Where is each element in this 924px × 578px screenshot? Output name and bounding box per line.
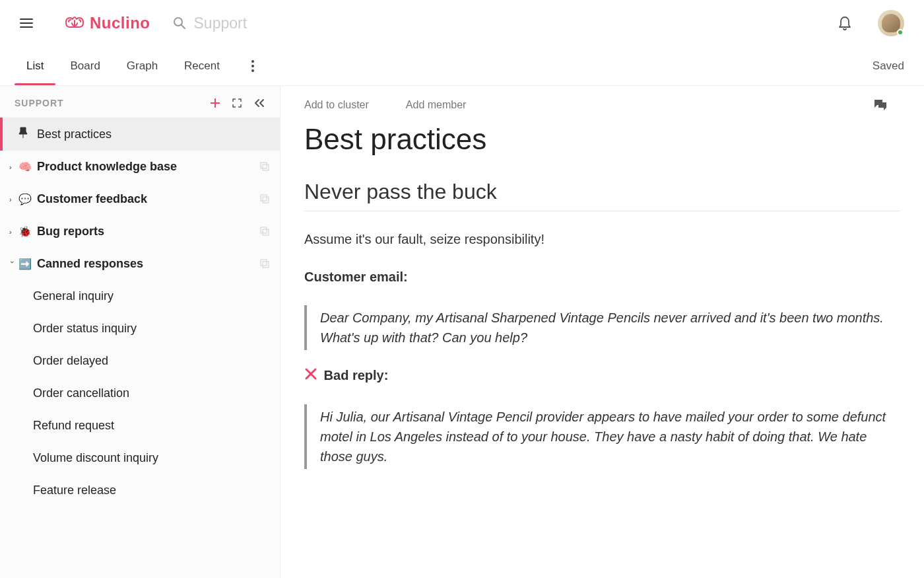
arrow-emoji-icon: ➡️ xyxy=(18,258,32,270)
doc-blockquote[interactable]: Hi Julia, our Artisanal Vintage Pencil p… xyxy=(304,404,900,469)
sidebar-item-label: Product knowledge base xyxy=(37,160,260,174)
svg-line-1 xyxy=(182,25,185,28)
online-indicator xyxy=(897,29,904,36)
sidebar-item-order-status[interactable]: Order status inquiry xyxy=(0,312,280,345)
copy-icon xyxy=(260,227,271,237)
svg-rect-4 xyxy=(263,164,269,170)
doc-label[interactable]: Customer email: xyxy=(304,268,900,287)
tabs-more-icon[interactable] xyxy=(246,55,259,77)
sidebar-item-label: Best practices xyxy=(37,127,271,141)
svg-rect-6 xyxy=(263,197,269,203)
sidebar-title: SUPPORT xyxy=(15,98,210,108)
sidebar-item-label: Customer feedback xyxy=(37,192,260,206)
chevron-right-icon: › xyxy=(9,228,16,236)
document-area: Add to cluster Add member Best practices… xyxy=(280,86,924,578)
bug-emoji-icon: 🐞 xyxy=(18,225,32,238)
menu-icon[interactable] xyxy=(20,18,33,28)
cross-icon xyxy=(304,367,317,386)
doc-title[interactable]: Best practices xyxy=(304,123,900,156)
speech-emoji-icon: 💬 xyxy=(18,193,32,205)
tab-recent[interactable]: Recent xyxy=(184,48,220,85)
svg-rect-8 xyxy=(263,229,269,235)
chevron-right-icon: › xyxy=(9,196,16,203)
save-status: Saved xyxy=(873,59,904,73)
add-member-button[interactable]: Add member xyxy=(406,99,467,111)
doc-label[interactable]: Bad reply: xyxy=(304,366,900,386)
topbar: Nuclino Support xyxy=(0,0,924,46)
sidebar: SUPPORT Best practices › 🧠 Product knowl… xyxy=(0,86,280,578)
svg-rect-11 xyxy=(261,260,267,266)
doc-paragraph[interactable]: Assume it's our fault, seize responsibil… xyxy=(304,230,900,249)
sidebar-item-feature-release[interactable]: Feature release xyxy=(0,474,280,507)
collapse-icon[interactable] xyxy=(253,98,265,108)
brand-name: Nuclino xyxy=(90,14,150,32)
sidebar-item-best-practices[interactable]: Best practices xyxy=(0,118,280,151)
svg-rect-7 xyxy=(261,195,267,201)
svg-rect-10 xyxy=(263,262,269,268)
brain-emoji-icon: 🧠 xyxy=(18,161,32,173)
sidebar-item-knowledge-base[interactable]: › 🧠 Product knowledge base xyxy=(0,151,280,183)
chevron-right-icon: › xyxy=(9,163,16,171)
tab-board[interactable]: Board xyxy=(70,48,100,85)
svg-rect-9 xyxy=(261,227,267,233)
add-to-cluster-button[interactable]: Add to cluster xyxy=(304,99,369,111)
sidebar-item-canned-responses[interactable]: › ➡️ Canned responses xyxy=(0,248,280,280)
sidebar-item-order-delayed[interactable]: Order delayed xyxy=(0,345,280,377)
pin-icon xyxy=(18,127,32,141)
search-icon xyxy=(173,17,186,30)
avatar[interactable] xyxy=(878,10,904,36)
logo[interactable]: Nuclino xyxy=(65,14,150,32)
sidebar-item-customer-feedback[interactable]: › 💬 Customer feedback xyxy=(0,183,280,215)
svg-point-0 xyxy=(174,18,182,26)
chevron-down-icon: › xyxy=(9,261,16,268)
svg-rect-5 xyxy=(261,163,267,168)
search-button[interactable]: Support xyxy=(173,15,248,32)
copy-icon xyxy=(260,259,271,270)
tab-list[interactable]: List xyxy=(26,48,44,85)
comments-icon[interactable] xyxy=(874,99,887,111)
brain-icon xyxy=(65,15,84,31)
doc-blockquote[interactable]: Dear Company, my Artisanal Sharpened Vin… xyxy=(304,305,900,350)
sidebar-item-general-inquiry[interactable]: General inquiry xyxy=(0,280,280,312)
sidebar-item-label: Canned responses xyxy=(37,257,260,271)
sidebar-item-volume-discount[interactable]: Volume discount inquiry xyxy=(0,442,280,474)
plus-icon[interactable] xyxy=(210,98,220,108)
sidebar-tree: Best practices › 🧠 Product knowledge bas… xyxy=(0,118,280,507)
search-placeholder: Support xyxy=(194,15,248,32)
tabs: List Board Graph Recent Saved xyxy=(0,46,924,86)
tab-graph[interactable]: Graph xyxy=(127,48,158,85)
copy-icon xyxy=(260,162,271,172)
sidebar-item-bug-reports[interactable]: › 🐞 Bug reports xyxy=(0,215,280,248)
sidebar-item-order-cancellation[interactable]: Order cancellation xyxy=(0,377,280,410)
doc-heading[interactable]: Never pass the buck xyxy=(304,180,900,211)
sidebar-item-refund-request[interactable]: Refund request xyxy=(0,410,280,442)
expand-icon[interactable] xyxy=(232,98,242,108)
sidebar-item-label: Bug reports xyxy=(37,225,260,238)
copy-icon xyxy=(260,194,271,205)
bell-icon[interactable] xyxy=(838,16,851,30)
